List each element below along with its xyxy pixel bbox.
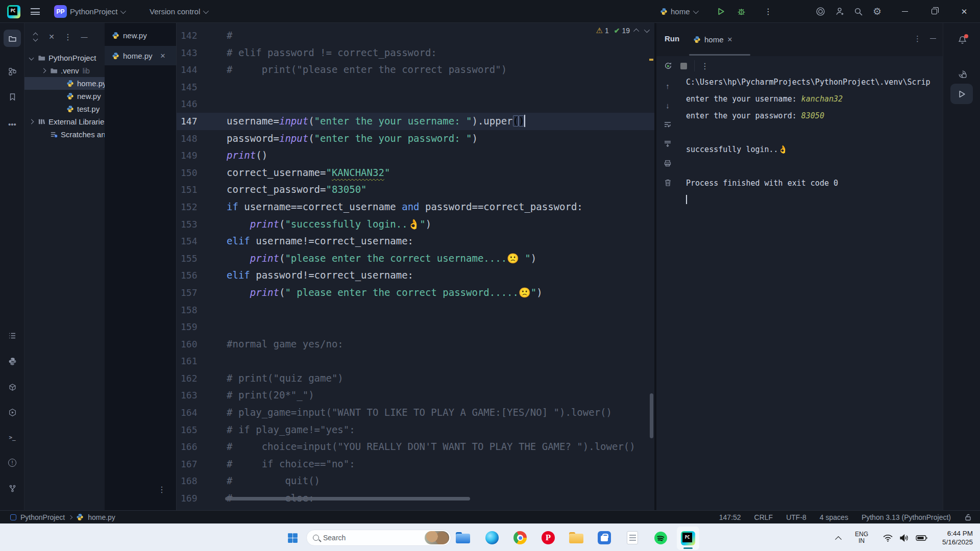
volume-icon[interactable]	[897, 524, 911, 551]
code-line-162[interactable]: 162# print("quiz game")	[177, 370, 654, 387]
clear-console-button[interactable]	[663, 178, 673, 188]
inspections-widget[interactable]: ⚠ 1 ✔ 19	[596, 26, 648, 35]
hide-run-panel-button[interactable]	[930, 38, 936, 39]
line-ending-widget[interactable]: CRLF	[754, 513, 773, 521]
line-number[interactable]: 156	[181, 267, 206, 284]
battery-icon[interactable]	[914, 524, 929, 551]
code-line-144[interactable]: 144# print("please enter the correct pas…	[177, 61, 654, 79]
chevron-right-icon[interactable]	[29, 119, 34, 124]
taskbar-store[interactable]	[596, 524, 613, 551]
collapse-all-button[interactable]: ✕	[47, 32, 56, 41]
line-number[interactable]: 163	[181, 387, 206, 404]
taskbar-chrome[interactable]	[511, 524, 529, 551]
main-menu-button[interactable]	[31, 0, 40, 23]
code-line-164[interactable]: 164# play_game=input("WANT TO LIKE TO PL…	[177, 404, 654, 421]
line-number[interactable]: 158	[181, 302, 206, 319]
code-line-156[interactable]: 156elif password!=correct_username:	[177, 267, 654, 284]
code-line-158[interactable]: 158	[177, 302, 654, 319]
services-tool-button[interactable]	[4, 404, 21, 421]
tree-item-external-libraries[interactable]: External Libraries	[24, 115, 105, 128]
line-number[interactable]: 143	[181, 44, 206, 62]
down-stacktrace-button[interactable]: ↓	[663, 100, 673, 110]
line-number[interactable]: 154	[181, 233, 206, 250]
interpreter-widget[interactable]: Python 3.13 (PythonProject)	[862, 513, 951, 521]
line-number[interactable]: 168	[181, 472, 206, 490]
line-number[interactable]: 157	[181, 284, 206, 302]
up-stacktrace-button[interactable]: ↑	[663, 81, 673, 91]
line-number[interactable]: 169	[181, 490, 206, 507]
code-line-146[interactable]: 146	[177, 95, 654, 113]
project-widget[interactable]: PP PythonProject	[54, 0, 125, 23]
vertical-scrollbar[interactable]	[650, 393, 653, 438]
more-actions-button[interactable]: ⋮	[764, 0, 772, 23]
taskbar-spotify[interactable]	[652, 524, 669, 551]
tree-item-.venv[interactable]: .venvlib	[24, 64, 105, 77]
editor-tab-home.py[interactable]: home.py✕	[105, 46, 176, 65]
tab-options-button[interactable]: ⋮	[158, 485, 166, 494]
restore-button[interactable]	[922, 0, 946, 23]
console-options-button[interactable]: ⋮	[699, 60, 710, 71]
line-number[interactable]: 164	[181, 404, 206, 421]
problems-tool-button[interactable]: !	[4, 454, 21, 471]
code-line-142[interactable]: 142#	[177, 27, 654, 44]
code-line-155[interactable]: 155 print("please enter the correct user…	[177, 250, 654, 267]
encoding-widget[interactable]: UTF-8	[786, 513, 806, 521]
start-button[interactable]	[284, 524, 301, 551]
line-number[interactable]: 162	[181, 370, 206, 387]
code-line-150[interactable]: 150correct_username="KANCHAN32"	[177, 164, 654, 182]
code-line-163[interactable]: 163# print(20*"_")	[177, 387, 654, 404]
close-button[interactable]: ✕	[952, 0, 976, 23]
version-control-tool-button[interactable]	[4, 480, 21, 497]
add-user-button[interactable]	[835, 0, 845, 23]
tree-item-new.py[interactable]: new.py	[24, 90, 105, 103]
select-opened-file-button[interactable]	[31, 32, 40, 41]
line-number[interactable]: 149	[181, 147, 206, 164]
console-output[interactable]: C:\Users\hp\PycharmProjects\PythonProjec…	[686, 74, 941, 510]
line-number[interactable]: 160	[181, 336, 206, 353]
code-line-165[interactable]: 165# if play_game!="yes":	[177, 421, 654, 439]
line-number[interactable]: 145	[181, 79, 206, 96]
taskbar-pinterest[interactable]: P	[540, 524, 557, 551]
scroll-to-end-button[interactable]	[663, 139, 673, 149]
close-icon[interactable]: ✕	[727, 36, 733, 43]
language-indicator[interactable]: ENGIN	[851, 524, 872, 551]
code-line-166[interactable]: 166# choice=input("YOU REALLY DON'T WANT…	[177, 438, 654, 456]
taskbar-pycharm-active[interactable]	[677, 527, 699, 550]
chevron-right-icon[interactable]	[41, 68, 46, 73]
tree-item-home.py[interactable]: home.py	[24, 77, 105, 90]
panel-options-button[interactable]: ⋮	[63, 32, 72, 41]
todo-tool-button[interactable]	[4, 327, 21, 344]
python-packages-tool-button[interactable]	[4, 379, 21, 396]
code-line-145[interactable]: 145	[177, 79, 654, 96]
bookmarks-tool-button[interactable]	[4, 88, 21, 106]
rerun-button[interactable]	[663, 60, 674, 71]
run-tab-home[interactable]: home ✕	[689, 30, 737, 48]
caret-position-widget[interactable]: 147:52	[719, 513, 741, 521]
code-line-157[interactable]: 157 print(" please enter the correct pas…	[177, 284, 654, 302]
taskbar-clock[interactable]: 6:44 PM 5/16/2025	[942, 524, 973, 551]
structure-tool-button[interactable]	[4, 63, 21, 80]
taskbar-edge[interactable]	[483, 524, 501, 551]
horizontal-scrollbar[interactable]	[225, 497, 470, 500]
code-line-148[interactable]: 148password=input("enter the your passwo…	[177, 130, 654, 147]
code-line-160[interactable]: 160#normal game yes/no:	[177, 336, 654, 353]
code-line-167[interactable]: 167# if choice=="no":	[177, 456, 654, 473]
vcs-widget[interactable]: Version control	[150, 0, 207, 23]
line-number[interactable]: 167	[181, 456, 206, 473]
remote-tools-button[interactable]	[957, 69, 967, 79]
code-line-153[interactable]: 153 print("successfully login..👌")	[177, 216, 654, 233]
wifi-icon[interactable]	[881, 524, 894, 551]
project-tool-button[interactable]	[4, 30, 21, 47]
indent-widget[interactable]: 4 spaces	[820, 513, 848, 521]
minimize-button[interactable]	[893, 0, 917, 23]
line-number[interactable]: 147	[181, 113, 206, 130]
editor-tab-new.py[interactable]: new.py	[105, 26, 176, 45]
code-line-151[interactable]: 151correct_password="83050"	[177, 181, 654, 198]
line-number[interactable]: 142	[181, 27, 206, 44]
tree-item-scratches-and-consoles[interactable]: Scratches and Consoles	[24, 128, 105, 141]
run-tool-window-button[interactable]	[950, 84, 973, 104]
line-number[interactable]: 146	[181, 95, 206, 113]
code-line-154[interactable]: 154elif username!=correct_username:	[177, 233, 654, 250]
breadcrumb-file[interactable]: home.py	[88, 513, 115, 521]
more-tool-windows-button[interactable]: •••	[4, 115, 21, 133]
